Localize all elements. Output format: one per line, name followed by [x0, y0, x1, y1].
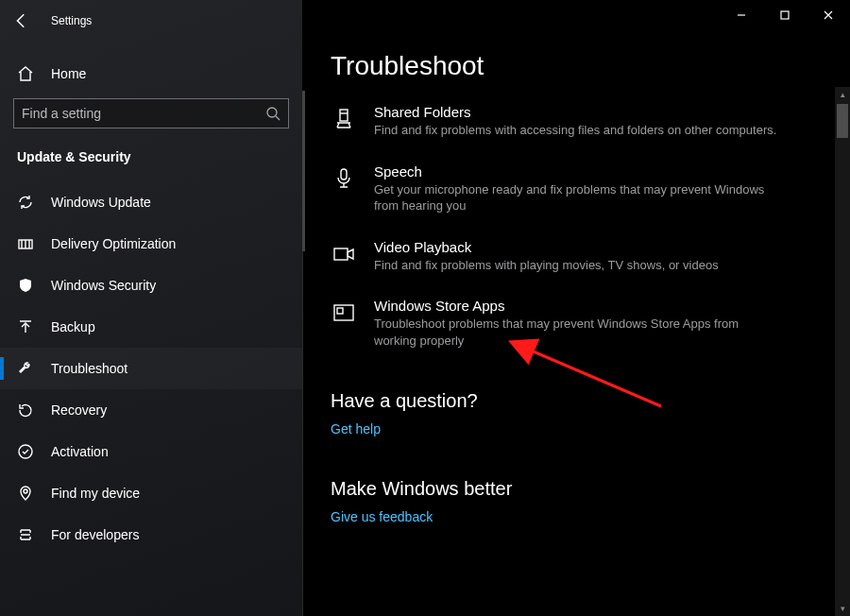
sidebar-item-label: Recovery — [51, 402, 107, 418]
troubleshooter-desc: Find and fix problems with accessing fil… — [374, 122, 776, 139]
sidebar-item-label: Activation — [51, 444, 109, 459]
svg-rect-9 — [337, 308, 343, 314]
search-input[interactable] — [22, 106, 265, 121]
scrollbar-thumb[interactable] — [837, 104, 848, 138]
location-icon — [17, 485, 34, 502]
svg-rect-4 — [781, 11, 789, 19]
sidebar-item-label: For developers — [51, 527, 139, 542]
video-icon — [331, 241, 357, 267]
better-heading: Make Windows better — [331, 478, 841, 500]
sidebar-item-label: Backup — [51, 319, 95, 334]
sidebar-item-label: Windows Update — [51, 195, 151, 210]
close-button[interactable] — [807, 0, 850, 30]
question-heading: Have a question? — [331, 390, 841, 412]
search-icon — [265, 106, 280, 121]
sidebar-item-delivery-optimization[interactable]: Delivery Optimization — [0, 223, 302, 265]
troubleshooter-shared-folders[interactable]: Shared Folders Find and fix problems wit… — [331, 104, 841, 139]
svg-point-2 — [19, 445, 32, 458]
feedback-link[interactable]: Give us feedback — [331, 509, 841, 524]
scroll-down-icon[interactable]: ▾ — [835, 601, 850, 616]
sidebar-item-recovery[interactable]: Recovery — [0, 389, 302, 431]
recovery-icon — [17, 402, 34, 419]
check-circle-icon — [17, 443, 34, 460]
home-label: Home — [51, 66, 86, 81]
sidebar-item-windows-security[interactable]: Windows Security — [0, 265, 302, 306]
svg-rect-6 — [341, 169, 347, 180]
sidebar-item-for-developers[interactable]: For developers — [0, 514, 302, 556]
divider-thumb — [302, 91, 305, 251]
backup-icon — [17, 318, 34, 335]
sync-icon — [17, 194, 34, 211]
shield-icon — [17, 277, 34, 294]
shared-folders-icon — [331, 106, 357, 132]
svg-point-0 — [267, 108, 277, 117]
troubleshooter-title: Video Playback — [374, 239, 719, 255]
page-title: Troubleshoot — [331, 51, 841, 81]
svg-point-3 — [24, 489, 27, 493]
troubleshooter-title: Windows Store Apps — [374, 298, 780, 314]
troubleshooter-desc: Get your microphone ready and fix proble… — [374, 181, 780, 214]
sidebar-item-windows-update[interactable]: Windows Update — [0, 181, 302, 223]
section-title: Update & Security — [0, 128, 302, 174]
home-icon — [17, 65, 34, 82]
svg-rect-7 — [334, 248, 348, 260]
troubleshooter-video-playback[interactable]: Video Playback Find and fix problems wit… — [331, 239, 841, 274]
get-help-link[interactable]: Get help — [331, 421, 841, 436]
sidebar-item-activation[interactable]: Activation — [0, 431, 302, 472]
search-field[interactable] — [13, 98, 289, 128]
sidebar-item-label: Find my device — [51, 486, 140, 501]
sidebar-item-label: Delivery Optimization — [51, 236, 176, 251]
minimize-button[interactable] — [720, 0, 763, 30]
troubleshooter-title: Speech — [374, 163, 780, 180]
scroll-up-icon[interactable]: ▴ — [835, 87, 850, 102]
back-button[interactable] — [13, 12, 30, 29]
wrench-icon — [17, 360, 34, 377]
scrollbar[interactable]: ▴ ▾ — [835, 87, 850, 616]
sidebar-item-label: Windows Security — [51, 278, 156, 293]
delivery-icon — [17, 235, 34, 252]
sidebar-nav: Windows Update Delivery Optimization Win… — [0, 181, 302, 556]
svg-rect-5 — [340, 110, 348, 121]
maximize-button[interactable] — [763, 0, 807, 30]
home-row[interactable]: Home — [0, 55, 302, 93]
developer-icon — [17, 526, 34, 543]
store-apps-icon — [331, 299, 357, 326]
sidebar-item-label: Troubleshoot — [51, 361, 128, 376]
troubleshooter-speech[interactable]: Speech Get your microphone ready and fix… — [331, 163, 841, 214]
troubleshooter-desc: Troubleshoot problems that may prevent W… — [374, 316, 780, 349]
window-title: Settings — [51, 14, 92, 27]
troubleshooter-windows-store-apps[interactable]: Windows Store Apps Troubleshoot problems… — [331, 298, 841, 349]
troubleshooter-title: Shared Folders — [374, 104, 776, 120]
sidebar-item-backup[interactable]: Backup — [0, 306, 302, 348]
microphone-icon — [331, 165, 357, 192]
sidebar-item-find-my-device[interactable]: Find my device — [0, 472, 302, 514]
sidebar-item-troubleshoot[interactable]: Troubleshoot — [0, 348, 302, 389]
troubleshooter-desc: Find and fix problems with playing movie… — [374, 257, 719, 274]
